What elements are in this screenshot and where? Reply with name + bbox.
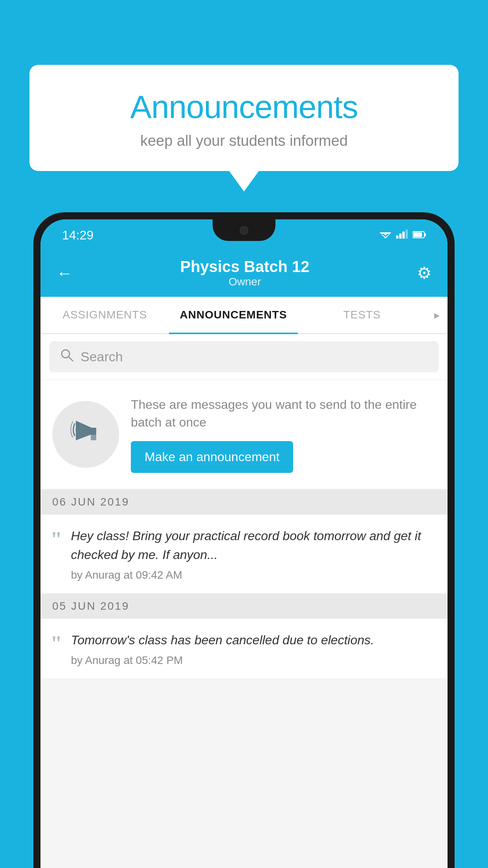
bubble-subtitle: keep all your students informed xyxy=(57,132,431,149)
svg-rect-4 xyxy=(399,234,402,239)
svg-rect-3 xyxy=(396,235,398,239)
announcement-meta-1: by Anurag at 09:42 AM xyxy=(71,569,436,581)
announcement-content-1: Hey class! Bring your practical record b… xyxy=(71,526,436,581)
speech-bubble-section: Announcements keep all your students inf… xyxy=(29,65,459,171)
content-area: Search xyxy=(40,334,448,868)
promo-right: These are messages you want to send to t… xyxy=(131,396,436,473)
notch xyxy=(213,219,275,241)
header-center: Physics Batch 12 Owner xyxy=(180,258,309,288)
announcement-text-1: Hey class! Bring your practical record b… xyxy=(71,526,436,564)
back-button[interactable]: ← xyxy=(56,264,73,283)
promo-description: These are messages you want to send to t… xyxy=(131,396,436,431)
svg-rect-8 xyxy=(424,233,426,236)
wifi-icon xyxy=(380,229,391,241)
tab-more[interactable]: ▸ xyxy=(426,297,448,333)
search-placeholder: Search xyxy=(81,349,123,364)
header-subtitle: Owner xyxy=(180,276,309,288)
tab-assignments[interactable]: ASSIGNMENTS xyxy=(40,297,169,333)
camera xyxy=(240,226,248,235)
announcement-item-1[interactable]: " Hey class! Bring your practical record… xyxy=(40,515,448,594)
tabs-bar: ASSIGNMENTS ANNOUNCEMENTS TESTS ▸ xyxy=(40,297,448,334)
make-announcement-button[interactable]: Make an announcement xyxy=(131,441,293,473)
battery-icon xyxy=(413,229,426,241)
svg-rect-9 xyxy=(413,232,422,237)
status-icons xyxy=(380,229,426,241)
header-title: Physics Batch 12 xyxy=(180,258,309,276)
svg-line-11 xyxy=(68,357,73,361)
speech-bubble: Announcements keep all your students inf… xyxy=(29,65,459,171)
phone-frame: 14:29 xyxy=(33,212,455,868)
settings-icon[interactable]: ⚙ xyxy=(417,263,432,283)
announcement-promo: These are messages you want to send to t… xyxy=(40,380,448,489)
announcement-meta-2: by Anurag at 05:42 PM xyxy=(71,654,436,667)
date-separator-1: 06 JUN 2019 xyxy=(40,489,448,515)
status-time: 14:29 xyxy=(62,228,94,243)
status-bar: 14:29 xyxy=(40,219,448,251)
tab-tests[interactable]: TESTS xyxy=(298,297,426,333)
date-separator-2: 05 JUN 2019 xyxy=(40,594,448,619)
quote-icon-1: " xyxy=(50,528,62,550)
megaphone-icon xyxy=(68,413,103,456)
app-header: ← Physics Batch 12 Owner ⚙ xyxy=(40,251,448,297)
megaphone-circle xyxy=(52,401,119,468)
tab-announcements[interactable]: ANNOUNCEMENTS xyxy=(169,297,297,333)
svg-rect-6 xyxy=(405,230,408,239)
svg-rect-12 xyxy=(91,428,96,435)
quote-icon-2: " xyxy=(50,633,62,654)
search-bar[interactable]: Search xyxy=(49,341,439,372)
announcement-content-2: Tomorrow's class has been cancelled due … xyxy=(71,631,436,667)
search-icon xyxy=(60,348,73,365)
svg-rect-13 xyxy=(91,435,96,440)
announcement-item-2[interactable]: " Tomorrow's class has been cancelled du… xyxy=(40,619,448,679)
phone-inner: 14:29 xyxy=(40,219,448,868)
search-bar-container: Search xyxy=(40,334,448,379)
bubble-title: Announcements xyxy=(57,88,431,125)
announcement-text-2: Tomorrow's class has been cancelled due … xyxy=(71,631,436,649)
svg-rect-5 xyxy=(402,232,405,239)
signal-icon xyxy=(396,229,408,241)
